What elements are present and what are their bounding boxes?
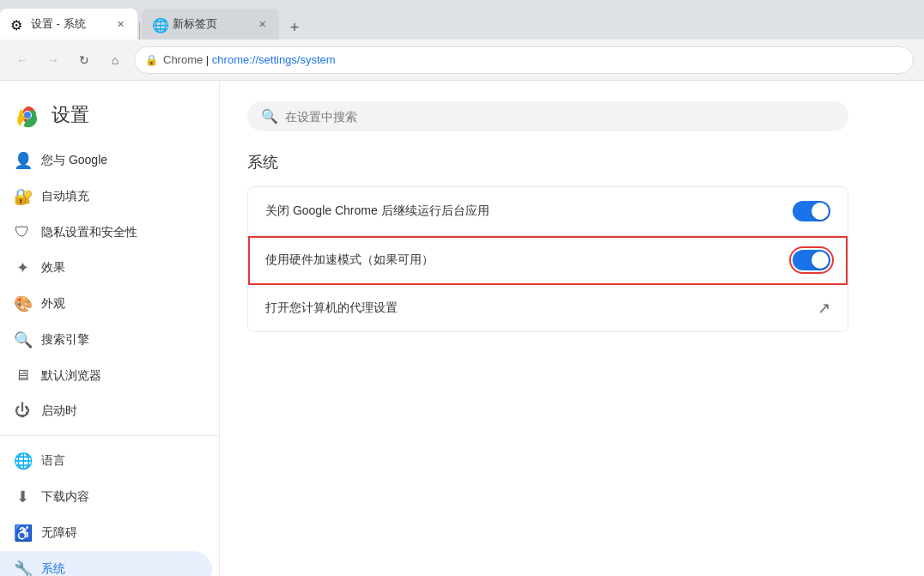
sidebar-item-accessibility[interactable]: ♿ 无障碍 — [0, 515, 212, 551]
refresh-button[interactable]: ↻ — [72, 48, 96, 72]
address-bar[interactable]: 🔒 Chrome | chrome://settings/system — [134, 46, 914, 74]
sidebar-item-appearance[interactable]: 🎨 外观 — [0, 286, 212, 322]
power-icon: ⏻ — [14, 402, 31, 420]
hardware-acceleration-toggle-knob — [812, 252, 829, 269]
sidebar-label-system: 系统 — [41, 561, 65, 576]
home-button[interactable]: ⌂ — [103, 48, 127, 72]
browser-window: ⚙ 设置 - 系统 ✕ 🌐 新标签页 ✕ + ← → ↻ ⌂ 🔒 Chrome … — [0, 0, 924, 576]
sidebar-item-language[interactable]: 🌐 语言 — [0, 443, 212, 479]
sidebar-item-browser[interactable]: 🖥 默认浏览器 — [0, 358, 212, 393]
sidebar-label-autofill: 自动填充 — [41, 189, 89, 204]
back-button[interactable]: ← — [10, 48, 34, 72]
newtab-tab-title: 新标签页 — [173, 16, 248, 32]
tab-bar: ⚙ 设置 - 系统 ✕ 🌐 新标签页 ✕ + — [0, 0, 924, 39]
sidebar-label-startup: 启动时 — [41, 403, 77, 419]
address-prefix: Chrome — [163, 53, 203, 66]
proxy-label: 打开您计算机的代理设置 — [265, 300, 818, 316]
sidebar-label-effects: 效果 — [41, 260, 65, 276]
accessibility-icon: ♿ — [14, 524, 31, 543]
address-url: chrome://settings/system — [212, 53, 336, 66]
search-input[interactable] — [285, 110, 835, 124]
forward-button[interactable]: → — [41, 48, 65, 72]
sidebar-label-appearance: 外观 — [41, 296, 65, 312]
main-area: 设置 👤 您与 Google 🔐 自动填充 🛡 隐私设置和安全性 ✦ 效果 🎨 … — [0, 81, 924, 576]
tab-newtab[interactable]: 🌐 新标签页 ✕ — [142, 9, 279, 39]
hardware-acceleration-label: 使用硬件加速模式（如果可用） — [265, 252, 793, 268]
hardware-acceleration-toggle[interactable] — [793, 250, 830, 270]
external-link-icon[interactable]: ↗ — [818, 299, 830, 318]
sidebar-label-google: 您与 Google — [41, 153, 107, 168]
sidebar-item-effects[interactable]: ✦ 效果 — [0, 250, 212, 286]
autofill-icon: 🔐 — [14, 187, 31, 206]
settings-tab-icon: ⚙ — [10, 17, 24, 31]
background-run-toggle[interactable] — [793, 201, 830, 221]
sidebar-divider — [0, 435, 219, 436]
settings-tab-title: 设置 - 系统 — [31, 16, 106, 32]
chrome-logo-icon — [14, 101, 41, 129]
sidebar: 设置 👤 您与 Google 🔐 自动填充 🛡 隐私设置和安全性 ✦ 效果 🎨 … — [0, 81, 220, 576]
address-text: Chrome | chrome://settings/system — [163, 53, 336, 66]
browser-icon: 🖥 — [14, 367, 31, 385]
sidebar-item-privacy[interactable]: 🛡 隐私设置和安全性 — [0, 215, 212, 250]
new-tab-button[interactable]: + — [283, 15, 307, 39]
tab-settings[interactable]: ⚙ 设置 - 系统 ✕ — [0, 9, 137, 39]
address-separator: | — [203, 53, 212, 66]
settings-row-background-run: 关闭 Google Chrome 后继续运行后台应用 — [248, 187, 848, 236]
palette-icon: 🎨 — [14, 294, 31, 313]
sidebar-item-system[interactable]: 🔧 系统 — [0, 551, 212, 576]
shield-icon: 🛡 — [14, 223, 31, 241]
system-icon: 🔧 — [14, 560, 31, 576]
download-icon: ⬇ — [14, 488, 31, 506]
sidebar-label-privacy: 隐私设置和安全性 — [41, 225, 137, 240]
search-bar-container: 🔍 — [247, 101, 897, 131]
sidebar-label-browser: 默认浏览器 — [41, 368, 101, 384]
nav-bar: ← → ↻ ⌂ 🔒 Chrome | chrome://settings/sys… — [0, 39, 924, 81]
settings-row-hardware-acceleration: 使用硬件加速模式（如果可用） — [248, 236, 848, 285]
search-nav-icon: 🔍 — [14, 330, 31, 349]
newtab-tab-icon: 🌐 — [152, 17, 166, 31]
settings-tab-close[interactable]: ✕ — [113, 17, 127, 31]
sidebar-label-downloads: 下载内容 — [41, 489, 89, 505]
newtab-tab-close[interactable]: ✕ — [255, 17, 269, 31]
person-icon: 👤 — [14, 151, 31, 170]
svg-point-1 — [24, 112, 31, 118]
sidebar-item-downloads[interactable]: ⬇ 下载内容 — [0, 479, 212, 515]
content-area: 🔍 系统 关闭 Google Chrome 后继续运行后台应用 使用硬件加速模式… — [220, 81, 924, 576]
sidebar-header: 设置 — [0, 94, 219, 142]
search-bar[interactable]: 🔍 — [247, 101, 848, 131]
section-title: 系统 — [247, 152, 897, 173]
effects-icon: ✦ — [14, 258, 31, 277]
sidebar-item-search[interactable]: 🔍 搜索引擎 — [0, 322, 212, 358]
address-lock-icon: 🔒 — [145, 54, 158, 66]
tab-separator — [139, 22, 140, 39]
globe-icon: 🌐 — [14, 452, 31, 470]
sidebar-title: 设置 — [52, 102, 89, 128]
sidebar-item-startup[interactable]: ⏻ 启动时 — [0, 393, 212, 428]
sidebar-item-google[interactable]: 👤 您与 Google — [0, 142, 212, 179]
sidebar-label-language: 语言 — [41, 453, 65, 469]
background-run-label: 关闭 Google Chrome 后继续运行后台应用 — [265, 203, 793, 219]
background-run-toggle-knob — [812, 203, 829, 220]
sidebar-label-accessibility: 无障碍 — [41, 525, 77, 541]
sidebar-label-search: 搜索引擎 — [41, 332, 89, 348]
settings-row-proxy: 打开您计算机的代理设置 ↗ — [248, 285, 848, 331]
sidebar-item-autofill[interactable]: 🔐 自动填充 — [0, 179, 212, 215]
settings-card: 关闭 Google Chrome 后继续运行后台应用 使用硬件加速模式（如果可用… — [247, 186, 848, 332]
search-icon: 🔍 — [261, 108, 278, 124]
